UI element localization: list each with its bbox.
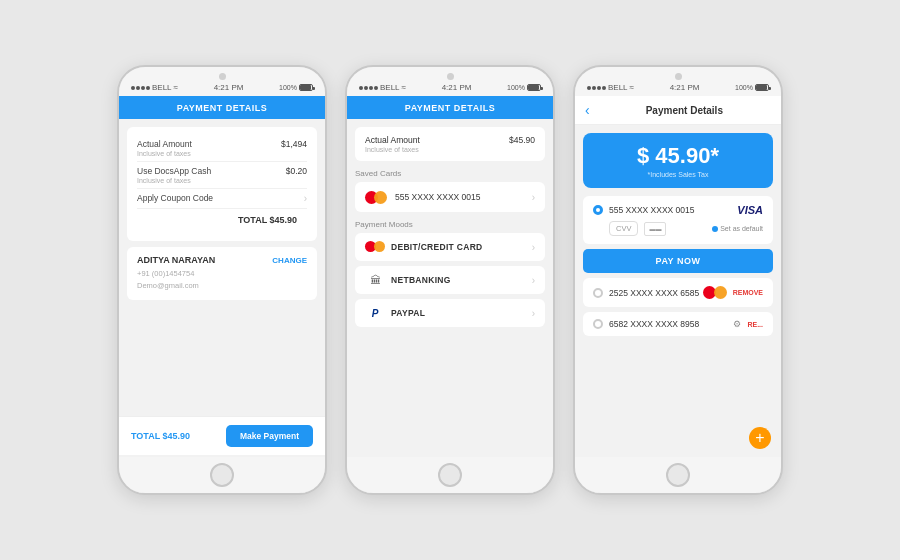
docsapp-value: $0.20 <box>286 166 307 176</box>
payment-modes-title: Payment Moods <box>355 220 545 229</box>
pay-now-button[interactable]: PAY NOW <box>583 249 773 273</box>
paypal-row[interactable]: P PAYPAL › <box>355 299 545 327</box>
docsapp-sublabel: Inclusive of taxes <box>137 177 211 184</box>
cards-section: 555 XXXX XXXX 0015 VISA CVV ▬▬ Set as de… <box>575 196 781 341</box>
wifi-icon-2: ≈ <box>402 83 406 92</box>
phone-2: BELL ≈ 4:21 PM 100% PAYMENT DETAILS Actu… <box>345 65 555 495</box>
phone-3: BELL ≈ 4:21 PM 100% ‹ Payment Details $ … <box>573 65 783 495</box>
debit-credit-label: DEBIT/CREDIT CARD <box>391 242 483 252</box>
home-button-2[interactable] <box>438 463 462 487</box>
paypal-icon: P <box>365 306 385 320</box>
make-payment-button[interactable]: Make Payment <box>226 425 313 447</box>
phone-top-2: BELL ≈ 4:21 PM 100% <box>347 67 553 96</box>
time-label: 4:21 PM <box>214 83 244 92</box>
home-button-3[interactable] <box>666 463 690 487</box>
radio-3[interactable] <box>593 319 603 329</box>
back-button[interactable]: ‹ <box>585 102 590 118</box>
phone-bottom-3 <box>575 457 781 493</box>
card-number-3: 6582 XXXX XXXX 8958 <box>609 319 733 329</box>
user-name: ADITYA NARAYAN <box>137 255 215 265</box>
netbanking-row[interactable]: 🏛 NETBANKING › <box>355 266 545 294</box>
status-right-1: 100% <box>279 84 313 91</box>
phone-bottom-1 <box>119 457 325 493</box>
p2-amount-value: $45.90 <box>509 135 535 145</box>
default-dot <box>712 226 718 232</box>
carrier-label: BELL <box>152 83 172 92</box>
user-phone: +91 (00)1454754 <box>137 268 307 280</box>
status-bar-3: BELL ≈ 4:21 PM 100% <box>585 83 771 92</box>
paypal-label: PAYPAL <box>391 308 425 318</box>
coupon-label: Apply Coupon Code <box>137 193 213 203</box>
footer-1: TOTAL $45.90 Make Payment <box>119 416 325 455</box>
battery-label: 100% <box>279 84 297 91</box>
change-button[interactable]: CHANGE <box>272 256 307 265</box>
card-item-1[interactable]: 555 XXXX XXXX 0015 VISA CVV ▬▬ Set as de… <box>583 196 773 244</box>
camera-3 <box>675 73 682 80</box>
docsapp-label: Use DocsApp Cash <box>137 166 211 176</box>
phone-top-1: BELL ≈ 4:21 PM 100% <box>119 67 325 96</box>
card-row-top-1: 555 XXXX XXXX 0015 VISA <box>593 204 763 216</box>
remove-button-3[interactable]: RE... <box>747 321 763 328</box>
saved-card-row[interactable]: 555 XXXX XXXX 0015 › <box>355 182 545 212</box>
carrier-3: BELL <box>608 83 628 92</box>
amount-box: $ 45.90* *Includes Sales Tax <box>583 133 773 188</box>
home-button-1[interactable] <box>210 463 234 487</box>
wifi-icon-3: ≈ <box>630 83 634 92</box>
add-card-fab[interactable]: + <box>749 427 771 449</box>
netbanking-label: NETBANKING <box>391 275 451 285</box>
coupon-row[interactable]: Apply Coupon Code › <box>137 189 307 209</box>
card-number-1: 555 XXXX XXXX 0015 <box>609 205 737 215</box>
default-text: Set as default <box>720 225 763 232</box>
time-3: 4:21 PM <box>670 83 700 92</box>
spectro-icon: ⚙ <box>733 319 741 329</box>
battery-3 <box>755 84 769 91</box>
total-row: TOTAL $45.90 <box>137 209 307 233</box>
saved-cards-title: Saved Cards <box>355 169 545 178</box>
radio-2[interactable] <box>593 288 603 298</box>
user-email: Demo@gmail.com <box>137 280 307 292</box>
status-bar-1: BELL ≈ 4:21 PM 100% <box>129 83 315 92</box>
card-chevron: › <box>532 192 535 203</box>
screen-content-2: Actual Amount Inclusive of taxes $45.90 … <box>347 119 553 457</box>
phone-1: BELL ≈ 4:21 PM 100% PAYMENT DETAILS Actu… <box>117 65 327 495</box>
screen-content-1: Actual Amount Inclusive of taxes $1,494 … <box>119 119 325 457</box>
payment-details-card: Actual Amount Inclusive of taxes $1,494 … <box>127 127 317 241</box>
card-image: ▬▬ <box>644 222 666 236</box>
camera-2 <box>447 73 454 80</box>
p3-header: ‹ Payment Details <box>575 96 781 125</box>
amount-section: Actual Amount Inclusive of taxes $45.90 <box>355 127 545 161</box>
card-item-2[interactable]: 2525 XXXX XXXX 6585 REMOVE <box>583 278 773 307</box>
chevron-icon: › <box>304 193 307 204</box>
phone-top-3: BELL ≈ 4:21 PM 100% <box>575 67 781 96</box>
status-bar-2: BELL ≈ 4:21 PM 100% <box>357 83 543 92</box>
cvv-input[interactable]: CVV <box>609 221 638 236</box>
card-number-2: 2525 XXXX XXXX 6585 <box>609 288 703 298</box>
card-item-3[interactable]: 6582 XXXX XXXX 8958 ⚙ RE... <box>583 312 773 336</box>
user-card: ADITYA NARAYAN CHANGE +91 (00)1454754 De… <box>127 247 317 300</box>
radio-selected[interactable] <box>593 205 603 215</box>
debit-credit-row[interactable]: DEBIT/CREDIT CARD › <box>355 233 545 261</box>
battery-2 <box>527 84 541 91</box>
time-2: 4:21 PM <box>442 83 472 92</box>
footer-total: TOTAL $45.90 <box>131 431 190 441</box>
visa-icon: VISA <box>737 204 763 216</box>
p3-title: Payment Details <box>598 105 771 116</box>
remove-button-2[interactable]: REMOVE <box>733 289 763 296</box>
actual-amount-sublabel: Inclusive of taxes <box>137 150 192 157</box>
user-name-row: ADITYA NARAYAN CHANGE <box>137 255 307 265</box>
payment-modes: DEBIT/CREDIT CARD › 🏛 NETBANKING › P <box>355 233 545 327</box>
p2-amount-sublabel: Inclusive of taxes <box>365 146 420 153</box>
total-label: TOTAL $45.90 <box>238 215 297 225</box>
phone-bottom-2 <box>347 457 553 493</box>
debit-chevron: › <box>532 242 535 253</box>
debit-credit-icon <box>365 240 385 254</box>
mastercard-icon-2 <box>703 285 727 300</box>
phone-body-1: PAYMENT DETAILS Actual Amount Inclusive … <box>119 96 325 457</box>
actual-amount-label: Actual Amount <box>137 139 192 149</box>
bank-icon: 🏛 <box>365 273 385 287</box>
amount-row: Actual Amount Inclusive of taxes $45.90 <box>365 135 535 153</box>
battery-icon <box>299 84 313 91</box>
amount-note: *Includes Sales Tax <box>593 171 763 178</box>
screen-header-1: PAYMENT DETAILS <box>119 96 325 119</box>
actual-amount-row: Actual Amount Inclusive of taxes $1,494 <box>137 135 307 162</box>
